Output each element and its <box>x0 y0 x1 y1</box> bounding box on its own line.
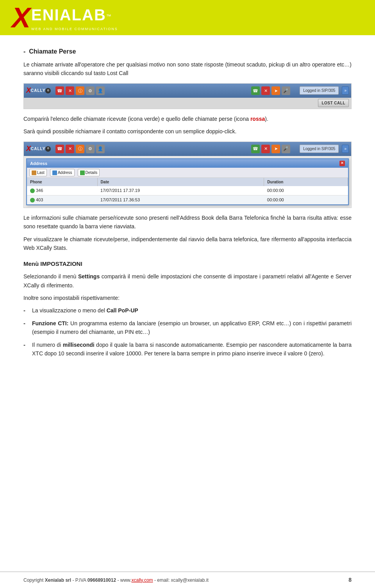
address-table-body: 346 17/07/2011 17.37.19 00:00:00 403 17/… <box>27 186 348 204</box>
pb1-icon-info[interactable]: ⓘ <box>76 86 84 95</box>
phonebar2-container: X CALLY ® ☎ ✕ ⓘ ⚙ 👤 ☎ ✕ ➤ 🎤 Logged in SI… <box>23 142 352 208</box>
lost-call-button[interactable]: LOST CALL <box>318 99 349 107</box>
pb1-icon-call-green[interactable]: ☎ <box>251 86 260 95</box>
info1-text: Le informazioni sulle chiamate perse/ric… <box>23 213 352 231</box>
address-titlebar: Address ✕ <box>27 159 348 168</box>
menu-intro: Selezionando il menù Settings comparirà … <box>23 272 352 290</box>
footer-email: xcally@xenialab.it <box>171 577 209 583</box>
bullet-item-3: - Il numero di millisecondi dopo il qual… <box>23 341 352 358</box>
pb1-icon-call-red[interactable]: ✕ <box>261 86 270 95</box>
addr-tb-address-icon <box>52 170 57 175</box>
pb2-icon-call-green[interactable]: ☎ <box>251 145 260 153</box>
row1-phone: 346 <box>27 186 97 195</box>
pb1-icon-mic[interactable]: 🎤 <box>282 86 290 95</box>
addr-tb-last-icon <box>32 170 36 175</box>
moreover-text: Inoltre sono impostabili rispettivamente… <box>23 294 352 302</box>
addr-tb-details-icon <box>80 170 85 175</box>
address-title: Address <box>30 160 47 167</box>
col-duration: Duration <box>264 178 348 186</box>
pb2-icons: ☎ ✕ ⓘ ⚙ 👤 <box>55 145 105 153</box>
bullet1-dash: - <box>23 306 28 315</box>
pb2-icon-mic[interactable]: 🎤 <box>282 145 290 153</box>
bullet1-text: La visualizzazione o meno del Call PoP-U… <box>32 306 352 315</box>
pb2-logged: Logged in SIP/305 <box>300 145 339 153</box>
row2-phone: 403 <box>27 195 97 204</box>
phonebar1: X CALLY ® ☎ ✕ ⓘ ⚙ 👤 ☎ ✕ ➤ 🎤 Logged in SI… <box>24 84 351 98</box>
bullet2-dash: - <box>23 319 28 337</box>
col-phone: Phone <box>27 178 97 186</box>
pb2-icon-settings[interactable]: ⚙ <box>86 145 95 153</box>
address-table: Phone Date Duration 346 17/07/2011 17.37… <box>27 178 348 204</box>
bullet2-text: Funzione CTI: Un programma esterno da la… <box>32 319 352 337</box>
pb2-icon-user[interactable]: 👤 <box>96 145 105 153</box>
para1: Le chiamate arrivate all'operatore che p… <box>23 60 352 78</box>
table-row: 403 17/07/2011 17.36:53 00:00:00 <box>27 195 348 204</box>
call-icon-green-2 <box>30 198 35 203</box>
pb2-icon-call-red[interactable]: ✕ <box>261 145 270 153</box>
col-date: Date <box>97 178 264 186</box>
addr-tb-address[interactable]: Address <box>50 169 75 176</box>
pb2-nav-btn[interactable]: » <box>342 145 349 153</box>
para2: Comparirà l'elenco delle chiamate ricevu… <box>23 115 352 123</box>
pb1-icon-phone[interactable]: ☎ <box>55 86 64 95</box>
pb1-icon-hangup[interactable]: ✕ <box>66 86 74 95</box>
pb1-icon-user[interactable]: 👤 <box>96 86 105 95</box>
table-row: 346 17/07/2011 17.37.19 00:00:00 <box>27 186 348 195</box>
phonebar2: X CALLY ® ☎ ✕ ⓘ ⚙ 👤 ☎ ✕ ➤ 🎤 Logged in SI… <box>24 142 351 156</box>
header: X ENIALAB™ WEB AND MOBILE COMMUNICATIONS <box>0 0 375 35</box>
pb2-right-icons: ☎ ✕ ➤ 🎤 <box>251 145 290 153</box>
bullet3-text: Il numero di millisecondi dopo il quale … <box>32 341 352 358</box>
bullet3-dash: - <box>23 341 28 358</box>
pb1-nav-btn[interactable]: » <box>342 86 349 95</box>
address-close-button[interactable]: ✕ <box>339 161 345 166</box>
pb1-logo: X CALLY ® <box>26 85 51 96</box>
pb2-icon-phone[interactable]: ☎ <box>55 145 64 153</box>
logo: X ENIALAB™ WEB AND MOBILE COMMUNICATIONS <box>12 3 118 32</box>
address-window: Address ✕ Last Address Details <box>26 158 349 206</box>
row2-date: 17/07/2011 17.36:53 <box>97 195 264 204</box>
pb2-logo-x: X <box>26 143 31 154</box>
main-content: - Chiamate Perse Le chiamate arrivate al… <box>0 35 375 369</box>
logo-subtitle: WEB AND MOBILE COMMUNICATIONS <box>31 27 118 32</box>
pb2-logo: X CALLY ® <box>26 143 51 154</box>
info2-text: Per visualizzare le chiamate ricevute/pe… <box>23 235 352 253</box>
pb2-logo-circle: ® <box>45 146 51 152</box>
pb1-right-icons: ☎ ✕ ➤ 🎤 <box>251 86 290 95</box>
pb1-logo-text: CALLY <box>31 88 45 93</box>
pb1-logged: Logged in SIP/305 <box>300 86 339 95</box>
footer-link[interactable]: xcally.com <box>131 577 153 583</box>
addr-tb-details[interactable]: Details <box>78 169 100 176</box>
pb1-icon-arrow[interactable]: ➤ <box>271 86 280 95</box>
address-toolbar: Last Address Details <box>27 168 348 178</box>
row2-duration: 00:00:00 <box>264 195 348 204</box>
pb2-icon-arrow[interactable]: ➤ <box>271 145 280 153</box>
footer: Copyright Xenialab srl - P.IVA 096689100… <box>0 572 375 588</box>
row1-duration: 00:00:00 <box>264 186 348 195</box>
section-title: - Chiamate Perse <box>23 47 352 56</box>
logo-text-block: ENIALAB™ WEB AND MOBILE COMMUNICATIONS <box>31 3 118 32</box>
footer-page: 8 <box>348 576 352 584</box>
logo-enialab: ENIALAB™ <box>31 3 118 27</box>
logo-x: X <box>12 4 30 32</box>
call-icon-green-1 <box>30 188 35 193</box>
row1-date: 17/07/2011 17.37.19 <box>97 186 264 195</box>
lost-call-row: LOST CALL <box>24 98 351 109</box>
pb2-logo-text: CALLY <box>31 146 45 152</box>
pb1-icon-settings[interactable]: ⚙ <box>86 86 95 95</box>
addr-tb-last[interactable]: Last <box>29 169 47 176</box>
address-table-header: Phone Date Duration <box>27 178 348 186</box>
pb1-icons: ☎ ✕ ⓘ ⚙ 👤 <box>55 86 105 95</box>
menu-title: Menù IMPOSTAZIONI <box>23 260 352 269</box>
bullet-item-1: - La visualizzazione o meno del Call PoP… <box>23 306 352 315</box>
phonebar1-container: X CALLY ® ☎ ✕ ⓘ ⚙ 👤 ☎ ✕ ➤ 🎤 Logged in SI… <box>23 83 352 109</box>
footer-copyright: Copyright Xenialab srl - P.IVA 096689100… <box>23 577 209 584</box>
pb2-icon-info[interactable]: ⓘ <box>76 145 84 153</box>
para3: Sarà quindi possibile richiamare il cont… <box>23 127 352 136</box>
bullet-item-2: - Funzione CTI: Un programma esterno da … <box>23 319 352 337</box>
pb2-icon-hangup[interactable]: ✕ <box>66 145 74 153</box>
pb1-logo-x: X <box>26 85 31 96</box>
pb1-logo-circle: ® <box>45 88 51 93</box>
